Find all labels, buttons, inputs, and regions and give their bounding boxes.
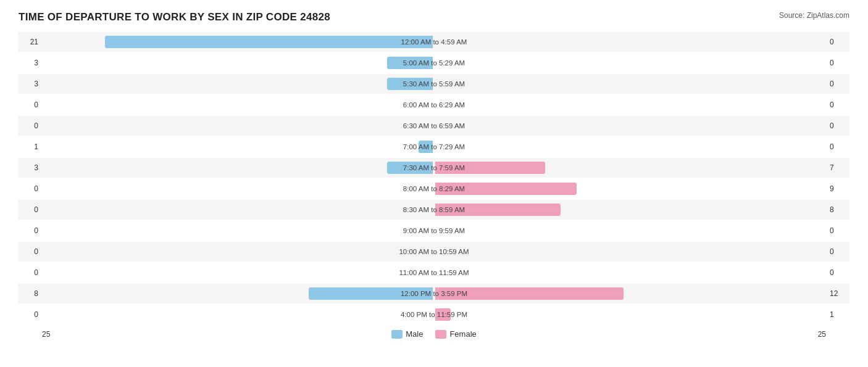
legend-male: Male: [391, 329, 423, 339]
male-value: 0: [19, 184, 42, 193]
bars-wrapper: 10:00 AM to 10:59 AM: [42, 242, 826, 262]
bars-wrapper: 9:00 AM to 9:59 AM: [42, 221, 826, 241]
bar-row: 08:30 AM to 8:59 AM8: [19, 200, 849, 220]
female-bar-container: [434, 57, 435, 69]
female-value: 9: [826, 184, 849, 193]
female-value: 0: [826, 268, 849, 277]
male-value: 3: [19, 163, 42, 172]
male-bar: [387, 162, 433, 174]
male-bar: [419, 141, 433, 153]
male-bar: [387, 78, 433, 90]
male-value: 3: [19, 59, 42, 67]
male-bar-container: [419, 141, 434, 153]
scale-label-right: 25: [818, 330, 826, 339]
bottom-area: 25 Male Female 25: [19, 329, 849, 339]
male-bar: [105, 36, 433, 48]
female-value: 1: [826, 310, 849, 319]
female-bar-container: [434, 99, 435, 111]
female-bar: [435, 183, 577, 195]
legend-male-box: [391, 330, 403, 339]
bar-row: 09:00 AM to 9:59 AM0: [19, 221, 849, 241]
female-bar-container: [434, 78, 435, 90]
legend-male-label: Male: [406, 329, 423, 339]
female-value: 12: [826, 289, 849, 298]
male-value: 21: [19, 38, 42, 46]
male-value: 3: [19, 80, 42, 88]
bars-wrapper: 5:00 AM to 5:29 AM: [42, 53, 826, 73]
female-bar-container: [434, 120, 435, 132]
male-value: 0: [19, 101, 42, 109]
bars-wrapper: 7:00 AM to 7:29 AM: [42, 137, 826, 157]
male-value: 1: [19, 142, 42, 151]
female-value: 0: [826, 38, 849, 46]
legend-female-box: [435, 330, 446, 339]
chart-area: 2112:00 AM to 4:59 AM035:00 AM to 5:29 A…: [19, 32, 849, 324]
bars-wrapper: 8:00 AM to 8:29 AM: [42, 179, 826, 199]
male-bar-container: [105, 36, 434, 48]
female-value: 0: [826, 122, 849, 130]
female-bar-container: [434, 308, 451, 321]
male-value: 0: [19, 247, 42, 256]
chart-header: TIME OF DEPARTURE TO WORK BY SEX IN ZIP …: [19, 11, 849, 23]
female-bar-container: [434, 225, 435, 237]
bar-row: 010:00 AM to 10:59 AM0: [19, 242, 849, 262]
bar-row: 35:00 AM to 5:29 AM0: [19, 53, 849, 73]
chart-source: Source: ZipAtlas.com: [779, 11, 849, 20]
bar-row: 06:30 AM to 6:59 AM0: [19, 116, 849, 136]
male-value: 8: [19, 289, 42, 298]
bars-wrapper: 12:00 PM to 3:59 PM: [42, 284, 826, 303]
bars-wrapper: 7:30 AM to 7:59 AM: [42, 158, 826, 178]
bar-row: 06:00 AM to 6:29 AM0: [19, 95, 849, 115]
female-bar: [435, 287, 624, 300]
female-bar-container: [434, 162, 545, 174]
female-value: 0: [826, 226, 849, 235]
female-value: 0: [826, 101, 849, 109]
bar-row: 37:30 AM to 7:59 AM7: [19, 158, 849, 178]
male-bar-container: [387, 78, 434, 90]
bars-wrapper: 6:30 AM to 6:59 AM: [42, 116, 826, 136]
female-bar-container: [434, 183, 577, 195]
bars-wrapper: 11:00 AM to 11:59 AM: [42, 263, 826, 282]
female-bar: [435, 162, 545, 174]
bars-wrapper: 4:00 PM to 11:59 PM: [42, 305, 826, 324]
legend: Male Female: [391, 329, 477, 339]
female-bar: [435, 308, 451, 321]
male-value: 0: [19, 205, 42, 214]
male-value: 0: [19, 122, 42, 130]
female-bar-container: [434, 36, 435, 48]
female-bar-container: [434, 141, 435, 153]
female-value: 7: [826, 163, 849, 172]
chart-title: TIME OF DEPARTURE TO WORK BY SEX IN ZIP …: [19, 11, 330, 23]
bar-row: 35:30 AM to 5:59 AM0: [19, 74, 849, 94]
female-value: 0: [826, 59, 849, 67]
female-value: 8: [826, 205, 849, 214]
scale-label-left: 25: [42, 330, 50, 339]
bar-row: 2112:00 AM to 4:59 AM0: [19, 32, 849, 52]
female-bar-container: [434, 287, 624, 300]
male-bar-container: [387, 57, 434, 69]
male-bar-container: [309, 287, 434, 300]
chart-container: TIME OF DEPARTURE TO WORK BY SEX IN ZIP …: [0, 0, 868, 363]
male-bar: [387, 57, 433, 69]
bar-row: 04:00 PM to 11:59 PM1: [19, 305, 849, 324]
legend-female: Female: [435, 329, 476, 339]
bars-wrapper: 12:00 AM to 4:59 AM: [42, 32, 826, 52]
male-value: 0: [19, 226, 42, 235]
male-bar: [309, 287, 433, 300]
bars-wrapper: 8:30 AM to 8:59 AM: [42, 200, 826, 220]
bar-row: 17:00 AM to 7:29 AM0: [19, 137, 849, 157]
bar-row: 08:00 AM to 8:29 AM9: [19, 179, 849, 199]
bars-wrapper: 5:30 AM to 5:59 AM: [42, 74, 826, 94]
female-value: 0: [826, 247, 849, 256]
male-bar-container: [387, 162, 434, 174]
female-bar-container: [434, 204, 561, 216]
male-value: 0: [19, 268, 42, 277]
female-bar: [435, 204, 561, 216]
bar-row: 812:00 PM to 3:59 PM12: [19, 284, 849, 303]
female-value: 0: [826, 142, 849, 151]
bar-row: 011:00 AM to 11:59 AM0: [19, 263, 849, 282]
male-value: 0: [19, 310, 42, 319]
female-value: 0: [826, 80, 849, 88]
female-bar-container: [434, 266, 435, 279]
legend-female-label: Female: [449, 329, 476, 339]
